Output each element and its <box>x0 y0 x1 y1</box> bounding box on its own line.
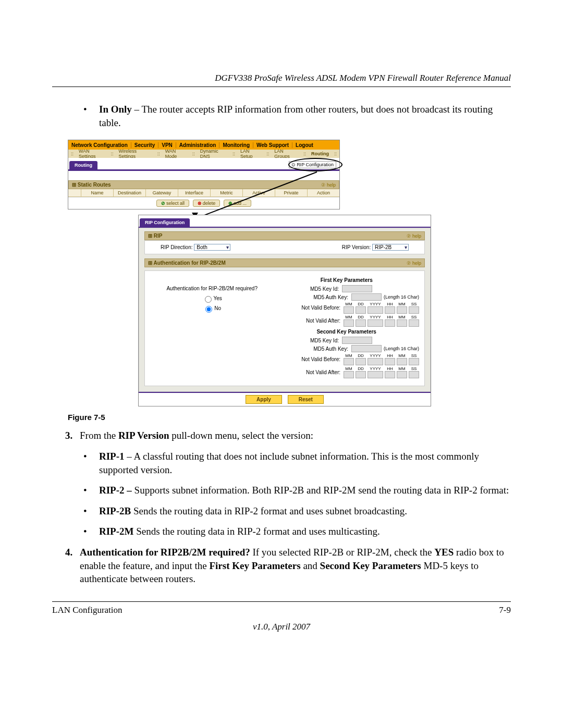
subnav-wan-settings[interactable]: WAN Settings <box>76 149 108 159</box>
help-link[interactable]: ② help <box>321 182 336 188</box>
subnav-wireless-settings[interactable]: Wireless Settings <box>116 149 154 159</box>
bullet-in-only-text: – The router accepts RIP information fro… <box>99 104 493 128</box>
rip-1-bullet: • RIP-1 – A classful routing that does n… <box>83 450 511 476</box>
rip-direction-select[interactable]: Both <box>194 244 230 251</box>
length-hint-2: (Length 16 Char) <box>384 346 419 351</box>
not-valid-after-label-1: Not Valid After: <box>288 318 344 324</box>
rip-section-header: ⊞ RIP ② help <box>144 231 425 240</box>
nav-network-config[interactable]: Network Configuration <box>68 142 131 148</box>
rip-direction-label: RIP Direction: <box>161 244 193 250</box>
subnav-lan-groups[interactable]: LAN Groups <box>272 149 301 159</box>
md5-auth-key-label-2: MD5 Auth Key: <box>296 346 351 352</box>
tab-routing[interactable]: Routing <box>69 161 97 169</box>
footer-section: LAN Configuration <box>52 605 123 615</box>
yes-label: Yes <box>214 295 222 301</box>
select-all-button[interactable]: ⊘select all <box>156 200 189 207</box>
no-label: No <box>214 305 221 311</box>
reset-button[interactable]: Reset <box>288 395 324 404</box>
nvb1-yyyy[interactable] <box>368 306 383 314</box>
nva2-hh[interactable] <box>385 371 395 378</box>
md5-key-id-input-1[interactable] <box>342 285 372 292</box>
auth-question-label: Authentication for RIP-2B/2M required? <box>150 286 274 291</box>
screenshot-routing-page: Network Configuration Security VPN Admin… <box>68 140 340 209</box>
delete-button[interactable]: ⊗delete <box>193 200 221 207</box>
auth-yes-radio[interactable] <box>205 296 212 303</box>
md5-key-id-input-2[interactable] <box>342 337 372 344</box>
nva2-ss[interactable] <box>409 371 419 378</box>
subnav-wan-mode[interactable]: WAN Mode <box>163 149 190 159</box>
nvb1-mm2[interactable] <box>397 306 407 314</box>
nva1-yyyy[interactable] <box>368 319 383 327</box>
md5-auth-key-input-2[interactable] <box>351 345 382 352</box>
help-link-rip[interactable]: ② help <box>407 233 421 239</box>
auth-no-radio[interactable] <box>205 306 212 313</box>
help-link-auth[interactable]: ② help <box>407 261 421 266</box>
nva1-mm[interactable] <box>344 319 354 327</box>
nvb1-mm[interactable] <box>344 306 354 314</box>
nva2-dd[interactable] <box>356 371 366 378</box>
nvb2-hh[interactable] <box>385 358 395 365</box>
first-key-heading: First Key Parameters <box>274 277 419 283</box>
subnav-lan-setup[interactable]: LAN Setup <box>238 149 264 159</box>
second-key-heading: Second Key Parameters <box>274 329 419 335</box>
nva1-hh[interactable] <box>385 319 395 327</box>
figure-caption: Figure 7-5 <box>68 413 511 422</box>
md5-key-id-label-1: MD5 Key Id: <box>287 286 342 292</box>
md5-auth-key-input-1[interactable] <box>351 293 382 301</box>
rip-2b-bullet: • RIP-2B Sends the routing data in RIP-2… <box>83 504 511 518</box>
nvb2-dd[interactable] <box>356 358 366 365</box>
length-hint-1: (Length 16 Char) <box>384 294 419 300</box>
nav-security[interactable]: Security <box>131 142 158 148</box>
nav-administration[interactable]: Administration <box>176 142 220 148</box>
bullet-in-only: • In Only – The router accepts RIP infor… <box>83 103 511 129</box>
static-routes-columns: Name Destination Gateway Interface Metri… <box>68 189 339 197</box>
nav-logout[interactable]: Logout <box>292 142 316 148</box>
nva1-mm2[interactable] <box>397 319 407 327</box>
nvb1-hh[interactable] <box>385 306 395 314</box>
nvb1-ss[interactable] <box>409 306 419 314</box>
md5-auth-key-label-1: MD5 Auth Key: <box>296 294 351 300</box>
not-valid-after-label-2: Not Valid After: <box>288 369 344 375</box>
nvb2-ss[interactable] <box>409 358 419 365</box>
rip-version-select[interactable]: RIP-2B <box>372 244 409 251</box>
nvb2-mm2[interactable] <box>397 358 407 365</box>
page-footer: LAN Configuration 7-9 <box>52 601 511 615</box>
nvb2-mm[interactable] <box>344 358 354 365</box>
nvb2-yyyy[interactable] <box>368 358 383 365</box>
nav-monitoring[interactable]: Monitoring <box>219 142 253 148</box>
nvb1-dd[interactable] <box>356 306 366 314</box>
screenshot-rip-config: RIP Configuration ⊞ RIP ② help RIP Direc… <box>138 215 431 406</box>
rip-2-bullet: • RIP-2 – Supports subnet information. B… <box>83 484 511 497</box>
nav-web-support[interactable]: Web Support <box>253 142 292 148</box>
page-number: 7-9 <box>499 605 511 615</box>
sub-nav: :: WAN Settings:: Wireless Settings:: WA… <box>68 150 339 158</box>
not-valid-before-label-1: Not Valid Before: <box>288 305 344 311</box>
nva1-dd[interactable] <box>356 319 366 327</box>
step-4: 4. Authentication for RIP2B/2M required?… <box>65 546 511 586</box>
bullet-in-only-label: In Only <box>99 104 132 115</box>
static-routes-header: ⊞ Static Routes ② help <box>68 180 339 189</box>
rip-config-link[interactable]: ⊙ RIP Configuration <box>289 161 336 168</box>
tab-rip-configuration[interactable]: RIP Configuration <box>140 218 190 227</box>
apply-button[interactable]: Apply <box>246 395 282 404</box>
rip-2m-bullet: • RIP-2M Sends the routing data in RIP-2… <box>83 525 511 538</box>
nav-vpn[interactable]: VPN <box>158 142 176 148</box>
subnav-dynamic-dns[interactable]: Dynamic DNS <box>198 149 230 159</box>
rip-version-label: RIP Version: <box>342 244 371 250</box>
page-header-title: DGFV338 ProSafe Wireless ADSL Modem VPN … <box>52 73 511 87</box>
step-3: 3. From the RIP Version pull-down menu, … <box>65 429 511 442</box>
auth-section-header: ⊞ Authentication for RIP-2B/2M ② help <box>144 258 425 267</box>
md5-key-id-label-2: MD5 Key Id: <box>287 338 342 343</box>
nva2-yyyy[interactable] <box>368 371 383 378</box>
nva2-mm[interactable] <box>344 371 354 378</box>
not-valid-before-label-2: Not Valid Before: <box>288 356 344 362</box>
version-string: v1.0, April 2007 <box>52 622 511 632</box>
subnav-routing[interactable]: Routing <box>309 151 332 156</box>
nva2-mm2[interactable] <box>397 371 407 378</box>
nva1-ss[interactable] <box>409 319 419 327</box>
